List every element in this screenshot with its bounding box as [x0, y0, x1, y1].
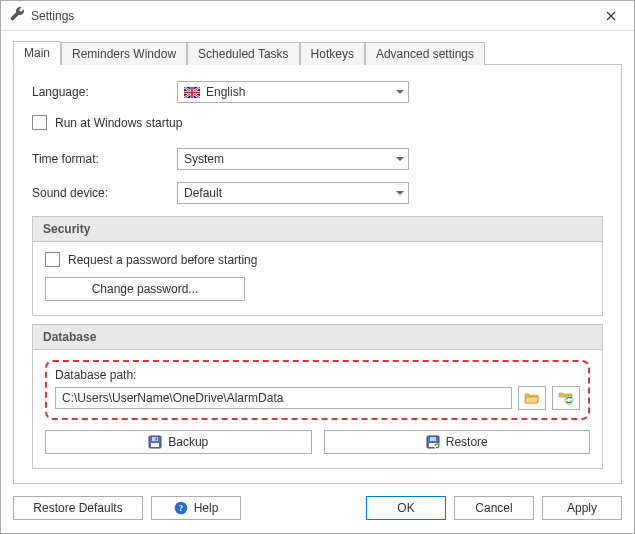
backup-button[interactable]: Backup — [45, 430, 312, 454]
database-path-label: Database path: — [55, 368, 580, 382]
cancel-button[interactable]: Cancel — [454, 496, 534, 520]
time-format-combo[interactable]: System — [177, 148, 409, 170]
database-path-value: C:\Users\UserName\OneDrive\AlarmData — [62, 391, 283, 405]
run-at-startup-checkbox[interactable]: Run at Windows startup — [32, 115, 603, 130]
time-format-value: System — [184, 152, 224, 166]
browse-folder-button[interactable] — [518, 386, 546, 410]
cancel-label: Cancel — [475, 501, 512, 515]
sync-button[interactable] — [552, 386, 580, 410]
svg-rect-7 — [151, 443, 159, 447]
ok-button[interactable]: OK — [366, 496, 446, 520]
ok-label: OK — [397, 501, 414, 515]
restore-button[interactable]: Restore — [324, 430, 591, 454]
tab-reminders[interactable]: Reminders Window — [61, 42, 187, 65]
restore-defaults-label: Restore Defaults — [33, 501, 122, 515]
floppy-restore-icon — [426, 435, 440, 449]
window-title: Settings — [31, 9, 74, 23]
sound-device-value: Default — [184, 186, 222, 200]
checkbox-box — [32, 115, 47, 130]
database-path-input[interactable]: C:\Users\UserName\OneDrive\AlarmData — [55, 387, 512, 409]
tab-panel-main: Language: English Run at Windows startup — [13, 65, 622, 484]
tab-hotkeys[interactable]: Hotkeys — [300, 42, 365, 65]
sync-icon — [558, 391, 574, 405]
tab-advanced[interactable]: Advanced settings — [365, 42, 485, 65]
language-combo[interactable]: English — [177, 81, 409, 103]
apply-button[interactable]: Apply — [542, 496, 622, 520]
svg-rect-8 — [152, 437, 158, 441]
request-password-label: Request a password before starting — [68, 253, 257, 267]
security-title: Security — [33, 217, 602, 242]
sound-device-combo[interactable]: Default — [177, 182, 409, 204]
restore-defaults-button[interactable]: Restore Defaults — [13, 496, 143, 520]
restore-label: Restore — [446, 435, 488, 449]
chevron-down-icon — [396, 157, 404, 161]
help-icon: ? — [174, 501, 188, 515]
sound-device-label: Sound device: — [32, 186, 177, 200]
run-at-startup-label: Run at Windows startup — [55, 116, 182, 130]
floppy-disk-icon — [148, 435, 162, 449]
checkbox-box — [45, 252, 60, 267]
chevron-down-icon — [396, 191, 404, 195]
database-path-highlight: Database path: C:\Users\UserName\OneDriv… — [45, 360, 590, 420]
wrench-icon — [9, 6, 25, 25]
chevron-down-icon — [396, 90, 404, 94]
database-group: Database Database path: C:\Users\UserNam… — [32, 324, 603, 469]
database-title: Database — [33, 325, 602, 350]
svg-rect-12 — [430, 437, 436, 441]
svg-rect-9 — [156, 438, 158, 441]
titlebar: Settings — [1, 1, 634, 31]
svg-text:?: ? — [178, 503, 183, 513]
tab-strip: Main Reminders Window Scheduled Tasks Ho… — [13, 41, 622, 65]
tab-scheduled[interactable]: Scheduled Tasks — [187, 42, 300, 65]
security-group: Security Request a password before start… — [32, 216, 603, 316]
backup-label: Backup — [168, 435, 208, 449]
tab-main[interactable]: Main — [13, 41, 61, 65]
folder-open-icon — [524, 391, 540, 405]
change-password-button[interactable]: Change password... — [45, 277, 245, 301]
dialog-footer: Restore Defaults ? Help OK Cancel Apply — [1, 484, 634, 532]
close-button[interactable] — [588, 1, 634, 31]
help-label: Help — [194, 501, 219, 515]
flag-uk-icon — [184, 87, 200, 98]
request-password-checkbox[interactable]: Request a password before starting — [45, 252, 590, 267]
svg-rect-4 — [184, 91, 200, 93]
apply-label: Apply — [567, 501, 597, 515]
help-button[interactable]: ? Help — [151, 496, 241, 520]
change-password-label: Change password... — [92, 282, 199, 296]
language-value: English — [206, 85, 245, 99]
language-label: Language: — [32, 85, 177, 99]
close-icon — [606, 11, 616, 21]
time-format-label: Time format: — [32, 152, 177, 166]
